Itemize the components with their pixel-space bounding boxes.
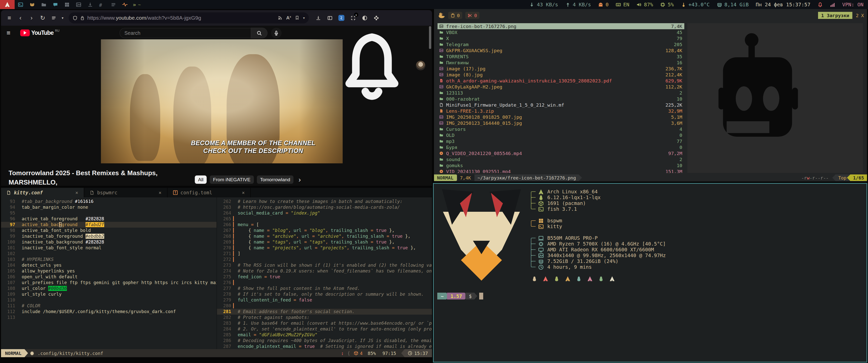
editor-tab-bspwmrc[interactable]: bspwmrc× <box>84 188 167 197</box>
avatar[interactable] <box>416 61 426 70</box>
module-text[interactable]: Пн 24 фев 15:37:57 <box>756 1 810 7</box>
reader-list-button[interactable] <box>49 13 59 23</box>
module-memory[interactable]: 8,14 GiB <box>717 1 749 7</box>
file-name: OLD <box>446 133 677 138</box>
workspace-hash[interactable]: # <box>96 0 107 9</box>
workspace-download[interactable] <box>84 0 96 9</box>
module-text: 8,14 GiB <box>724 1 749 7</box>
tab-x[interactable]: 2X <box>856 13 864 18</box>
url-bar[interactable]: https://www.youtube.com/watch?v=5b8A-jgx… <box>69 12 309 24</box>
search-input[interactable]: Search <box>120 28 251 38</box>
module-bell[interactable] <box>817 2 823 7</box>
file-row[interactable]: VID_20241130_092551.mp4151,3M <box>437 168 684 173</box>
blue-extension-button[interactable] <box>337 13 346 22</box>
editor-pane-kitty-conf[interactable]: 93#tab_bar_background #16161694tab_bar_m… <box>1 197 217 349</box>
module-keyboard[interactable]: EN <box>616 1 629 7</box>
change-indicator <box>231 315 238 320</box>
search-button[interactable] <box>251 28 268 38</box>
editor-tab-kitty-conf[interactable]: kitty.conf× <box>1 188 84 197</box>
file-row[interactable]: Lens-FREE-1.3.zip32,9M <box>437 108 684 114</box>
download-button[interactable] <box>314 13 322 22</box>
file-row[interactable]: VBOX45 <box>437 29 684 35</box>
file-row[interactable]: free-icon-bot-7167276.png7,4K <box>437 23 684 29</box>
darkmode-extension-button[interactable] <box>360 13 369 22</box>
file-row[interactable]: 1231132 <box>437 90 684 96</box>
editor-panes[interactable]: 93#tab_bar_background #16161694tab_bar_m… <box>1 197 432 349</box>
tree-connector: ╰─ <box>530 264 538 270</box>
workspace-windows[interactable] <box>61 0 73 9</box>
tab-close-icon[interactable]: × <box>159 190 161 195</box>
tab-close-icon[interactable]: × <box>242 190 245 195</box>
file-row[interactable]: oth_A_ardor-gaming-wakizashi_instrukcia_… <box>437 78 684 84</box>
module-arrow-up[interactable]: 4 KB/s <box>565 1 591 7</box>
workspace-list[interactable] <box>107 0 119 9</box>
youtube-menu-button[interactable]: ≡ <box>6 29 17 37</box>
file-row[interactable]: Telegram205 <box>437 41 684 47</box>
workspace-chat[interactable] <box>50 0 61 9</box>
file-row[interactable]: OLD0 <box>437 132 684 138</box>
back-button[interactable]: ‹ <box>16 13 25 23</box>
module-ghost[interactable]: 0 <box>598 1 609 7</box>
pulse-icon[interactable] <box>119 0 131 9</box>
file-row[interactable]: image (8).jpg212,4K <box>437 72 684 78</box>
file-row[interactable]: IMG_20250123_164440_015.jpg3,6M <box>437 120 684 126</box>
bookmark-caret[interactable]: ▾ <box>303 16 305 20</box>
file-row[interactable]: X79 <box>437 35 684 41</box>
module-arrow-down[interactable]: 43 KB/s <box>529 1 558 7</box>
forward-button[interactable]: › <box>27 13 36 23</box>
workspace-cat[interactable] <box>26 0 38 9</box>
tab-close-icon[interactable]: × <box>75 190 78 195</box>
file-row[interactable]: mp377 <box>437 138 684 144</box>
workspace-terminal[interactable] <box>14 0 26 9</box>
editor-pane-config-toml[interactable]: 262# Learn how to create these images in… <box>217 197 432 349</box>
workspace-image[interactable] <box>73 0 84 9</box>
extensions-button[interactable] <box>372 13 380 22</box>
module-text[interactable]: VPN: ON <box>842 1 864 7</box>
notifications-button[interactable] <box>334 28 410 103</box>
file-row[interactable]: GkFPR-GXUAACWSS.jpeg128,4K <box>437 47 684 54</box>
menu-button[interactable]: ≡ <box>4 13 14 23</box>
bookmark-icon[interactable] <box>295 15 300 20</box>
file-row[interactable]: GkC0yLaXgAAP-H2.jpeg112,2K <box>437 84 684 90</box>
translate-icon[interactable]: Ax <box>286 15 291 21</box>
launcher-button[interactable] <box>0 0 14 9</box>
workspace-folder[interactable] <box>38 0 50 9</box>
mic-button[interactable] <box>271 28 282 38</box>
rss-icon[interactable] <box>278 15 283 20</box>
code-line: 110 <box>1 297 217 303</box>
file-row[interactable]: sound2 <box>437 156 684 162</box>
file-row[interactable]: Пингвины16 <box>437 60 684 66</box>
file-row[interactable]: image (17).jpg236,7K <box>437 66 684 72</box>
screenshot-extension-button[interactable]: x <box>349 13 357 22</box>
module-cpu[interactable]: 5% <box>660 1 674 7</box>
module-volume[interactable]: 87% <box>637 1 653 7</box>
module-signal-bars[interactable] <box>830 2 835 7</box>
file-row[interactable]: TORRENTS35 <box>437 54 684 60</box>
file-row[interactable]: Буря0 <box>437 144 684 150</box>
file-row[interactable]: Q_VIDEO_20241220_085546.mp497,2M <box>437 150 684 156</box>
file-row[interactable]: Cursors4 <box>437 126 684 132</box>
page-scrollbar[interactable] <box>429 26 431 49</box>
chip-tomorrowland[interactable]: Tomorrowland <box>257 175 293 184</box>
code-text <box>238 257 432 262</box>
url-text[interactable]: https://www.youtube.com/watch?v=5b8A-jgx… <box>87 15 275 21</box>
file-row[interactable]: 000-razobrat10 <box>437 96 684 102</box>
sidebar-button[interactable] <box>326 13 334 22</box>
change-indicator <box>15 239 22 245</box>
file-name: image (8).jpg <box>446 72 663 77</box>
youtube-logo[interactable]: YouTube RU <box>20 30 59 36</box>
terminal-window[interactable]: ╭─Arch Linux x86_64├─6.12.16-lqx1-1-lqx├… <box>433 183 867 363</box>
chip-from-inegative[interactable]: From iNEGATIVE <box>210 175 254 184</box>
file-row[interactable]: gomuks10 <box>437 162 684 168</box>
video-player[interactable]: BECOME A MEMBER OF THE CHANNEL CHECK OUT… <box>101 39 343 163</box>
chips-more-chevron[interactable]: › <box>299 176 301 184</box>
toolbar-caret[interactable]: ▾ <box>60 13 65 23</box>
reload-button[interactable]: ↻ <box>38 13 48 23</box>
chip-all[interactable]: All <box>195 175 207 184</box>
file-row[interactable]: MiniFuse1_Firmware_Update_1_5_0_212_win.… <box>437 102 684 108</box>
tab-downloads[interactable]: 1 Загрузки <box>818 12 852 19</box>
editor-tab-config-toml[interactable]: Tconfig.toml× <box>167 188 251 197</box>
shell-prompt[interactable]: ~1.57$ <box>437 293 483 299</box>
file-row[interactable]: IMG_20250128_091825_007.jpg5,1M <box>437 114 684 120</box>
module-thermometer[interactable]: +43.0°C <box>681 1 710 7</box>
